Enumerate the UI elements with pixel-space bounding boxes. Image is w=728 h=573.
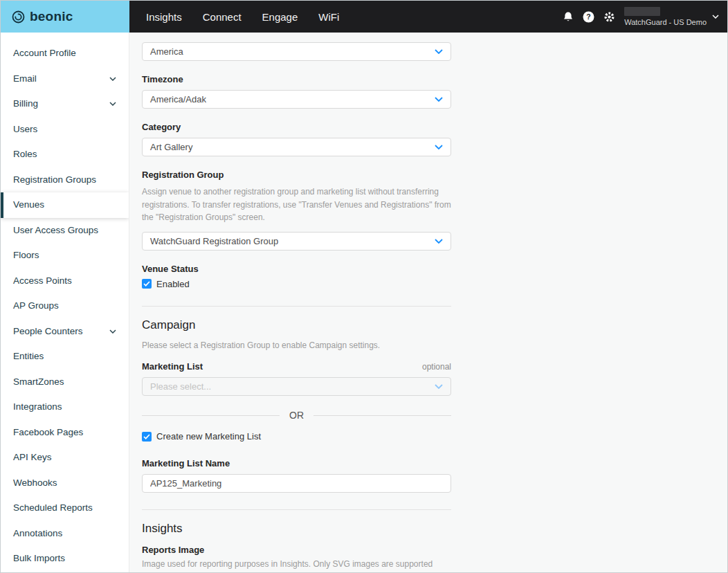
nav-connect[interactable]: Connect: [203, 11, 242, 23]
sidebar-item-label: Roles: [13, 149, 37, 161]
chevron-down-icon: [109, 329, 116, 334]
registration-group-label: Registration Group: [142, 170, 451, 180]
create-marketing-list-label: Create new Marketing List: [156, 431, 261, 442]
sidebar-item-user-access-groups[interactable]: User Access Groups: [1, 218, 129, 244]
sidebar-item-smartzones[interactable]: SmartZones: [1, 370, 129, 395]
sidebar-item-label: API Keys: [13, 452, 52, 464]
venue-status-checkbox-label: Enabled: [156, 279, 190, 289]
timezone-select-value: America/Adak: [150, 94, 206, 104]
help-icon[interactable]: ?: [583, 11, 594, 23]
or-label: OR: [289, 410, 304, 421]
marketing-list-label: Marketing List: [142, 361, 203, 372]
marketing-list-name-label: Marketing List Name: [142, 458, 451, 469]
venue-status-checkbox[interactable]: Enabled: [142, 279, 451, 289]
chevron-down-icon: [435, 97, 443, 102]
account-info: WatchGuard - US Demo: [624, 7, 707, 26]
divider-line: [313, 415, 451, 416]
sidebar-item-scheduled-reports[interactable]: Scheduled Reports: [1, 495, 129, 521]
settings-gear-icon[interactable]: [603, 11, 615, 23]
sidebar-item-label: Bulk Imports: [13, 553, 65, 565]
divider-line: [142, 415, 280, 416]
insights-heading: Insights: [142, 522, 451, 536]
marketing-list-name-input[interactable]: [142, 474, 451, 493]
sidebar-item-venues[interactable]: Venues: [1, 192, 129, 218]
sidebar-item-label: Floors: [13, 250, 39, 262]
marketing-list-label-row: Marketing List optional: [142, 361, 451, 372]
sidebar-item-label: Account Profile: [13, 48, 76, 60]
category-label: Category: [142, 122, 451, 132]
registration-group-select[interactable]: WatchGuard Registration Group: [142, 232, 451, 251]
chevron-down-icon: [435, 384, 443, 389]
create-marketing-list-checkbox[interactable]: Create new Marketing List: [142, 431, 451, 442]
top-nav: InsightsConnectEngageWiFi: [146, 11, 339, 23]
account-chevron-down-icon: [712, 15, 719, 19]
sidebar-item-billing[interactable]: Billing: [1, 91, 129, 117]
campaign-help: Please select a Registration Group to en…: [142, 339, 451, 352]
checkbox-checked-icon: [142, 432, 152, 442]
marketing-list-placeholder: Please select...: [150, 381, 211, 392]
sidebar-item-label: Annotations: [13, 528, 62, 540]
region-select-value: America: [150, 46, 183, 57]
section-divider: [142, 306, 451, 307]
sidebar-item-access-points[interactable]: Access Points: [1, 269, 129, 294]
topbar: beonic InsightsConnectEngageWiFi ? Watch…: [1, 1, 727, 33]
sidebar-item-label: Entities: [13, 351, 44, 363]
topbar-right: ? WatchGuard - US Demo: [562, 7, 727, 26]
sidebar-item-people-counters[interactable]: People Counters: [1, 319, 129, 345]
account-menu[interactable]: WatchGuard - US Demo: [624, 7, 719, 26]
sidebar-item-facebook-pages[interactable]: Facebook Pages: [1, 420, 129, 446]
sidebar-item-label: Access Points: [13, 275, 72, 287]
sidebar-item-bulk-imports[interactable]: Bulk Imports: [1, 546, 129, 572]
sidebar-item-annotations[interactable]: Annotations: [1, 521, 129, 547]
sidebar-item-label: User Access Groups: [13, 225, 98, 237]
category-select-value: Art Gallery: [150, 142, 192, 152]
sidebar-item-roles[interactable]: Roles: [1, 142, 129, 167]
sidebar-item-account-profile[interactable]: Account Profile: [1, 41, 129, 66]
sidebar-item-label: Billing: [13, 98, 38, 110]
sidebar-item-api-keys[interactable]: API Keys: [1, 445, 129, 471]
reports-image-help: Image used for reporting purposes in Ins…: [142, 558, 451, 571]
sidebar-item-label: Email: [13, 73, 37, 85]
account-name: WatchGuard - US Demo: [624, 18, 707, 26]
sidebar-item-webhooks[interactable]: Webhooks: [1, 471, 129, 496]
app-root: beonic InsightsConnectEngageWiFi ? Watch…: [0, 0, 728, 573]
nav-wifi[interactable]: WiFi: [318, 11, 339, 23]
sidebar-item-label: Webhooks: [13, 478, 57, 489]
optional-badge: optional: [422, 362, 451, 372]
sidebar-item-users[interactable]: Users: [1, 117, 129, 143]
timezone-select[interactable]: America/Adak: [142, 90, 451, 109]
chevron-down-icon: [435, 49, 443, 54]
brand-logo[interactable]: beonic: [1, 1, 129, 33]
reports-image-label: Reports Image: [142, 545, 451, 555]
nav-engage[interactable]: Engage: [262, 11, 298, 23]
svg-text:?: ?: [586, 12, 590, 21]
sidebar-item-label: Venues: [13, 199, 44, 211]
brand-name: beonic: [30, 9, 73, 24]
redacted-org-name: [624, 7, 660, 16]
checkbox-checked-icon: [142, 279, 152, 289]
nav-insights[interactable]: Insights: [146, 11, 182, 23]
settings-sidebar: Account ProfileEmailBillingUsersRolesReg…: [1, 33, 129, 572]
chevron-down-icon: [109, 102, 116, 106]
campaign-heading: Campaign: [142, 318, 451, 332]
registration-group-select-value: WatchGuard Registration Group: [150, 236, 278, 246]
sidebar-item-entities[interactable]: Entities: [1, 344, 129, 370]
sidebar-item-integrations[interactable]: Integrations: [1, 394, 129, 420]
sidebar-item-label: SmartZones: [13, 376, 64, 388]
sidebar-item-email[interactable]: Email: [1, 66, 129, 92]
chevron-down-icon: [435, 145, 443, 149]
category-select[interactable]: Art Gallery: [142, 138, 451, 156]
main-content: America Timezone America/Adak Category A…: [129, 33, 727, 572]
sidebar-item-label: Scheduled Reports: [13, 502, 93, 514]
chevron-down-icon: [435, 239, 443, 244]
notifications-bell-icon[interactable]: [562, 11, 574, 23]
or-divider: OR: [142, 410, 451, 421]
sidebar-item-registration-groups[interactable]: Registration Groups: [1, 167, 129, 193]
sidebar-item-floors[interactable]: Floors: [1, 243, 129, 269]
sidebar-item-ap-groups[interactable]: AP Groups: [1, 293, 129, 319]
marketing-list-select[interactable]: Please select...: [142, 377, 451, 396]
region-select[interactable]: America: [142, 42, 451, 61]
venue-status-label: Venue Status: [142, 264, 451, 274]
timezone-label: Timezone: [142, 74, 451, 84]
chevron-down-icon: [109, 77, 116, 81]
